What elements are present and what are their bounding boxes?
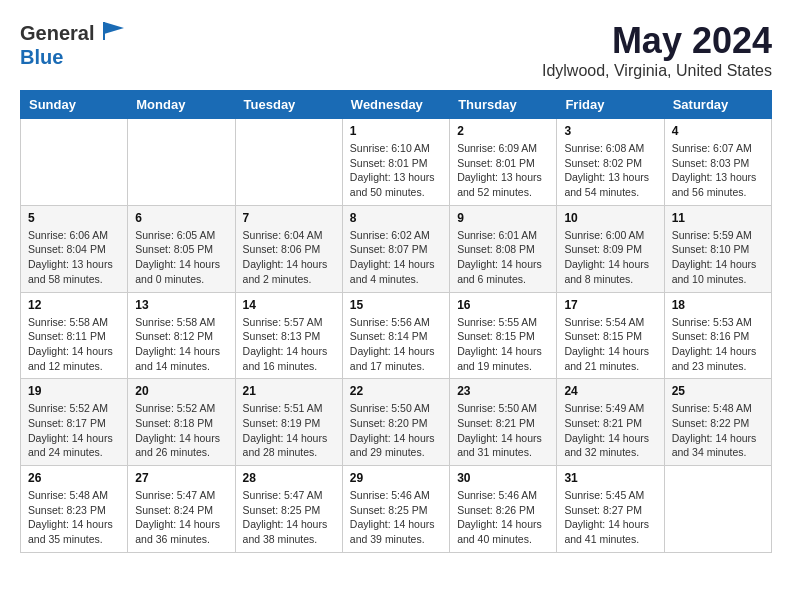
day-number: 27 (135, 471, 227, 485)
day-info: Sunrise: 6:09 AM Sunset: 8:01 PM Dayligh… (457, 141, 549, 200)
day-number: 25 (672, 384, 764, 398)
day-info: Sunrise: 5:49 AM Sunset: 8:21 PM Dayligh… (564, 401, 656, 460)
day-number: 21 (243, 384, 335, 398)
day-number: 7 (243, 211, 335, 225)
day-number: 5 (28, 211, 120, 225)
day-info: Sunrise: 5:48 AM Sunset: 8:22 PM Dayligh… (672, 401, 764, 460)
title-block: May 2024 Idylwood, Virginia, United Stat… (542, 20, 772, 80)
logo-blue: Blue (20, 46, 63, 68)
day-cell: 9Sunrise: 6:01 AM Sunset: 8:08 PM Daylig… (450, 205, 557, 292)
day-cell: 1Sunrise: 6:10 AM Sunset: 8:01 PM Daylig… (342, 119, 449, 206)
weekday-header-monday: Monday (128, 91, 235, 119)
day-number: 22 (350, 384, 442, 398)
weekday-header-saturday: Saturday (664, 91, 771, 119)
day-cell: 10Sunrise: 6:00 AM Sunset: 8:09 PM Dayli… (557, 205, 664, 292)
day-info: Sunrise: 5:45 AM Sunset: 8:27 PM Dayligh… (564, 488, 656, 547)
day-cell: 16Sunrise: 5:55 AM Sunset: 8:15 PM Dayli… (450, 292, 557, 379)
week-row-2: 5Sunrise: 6:06 AM Sunset: 8:04 PM Daylig… (21, 205, 772, 292)
day-cell: 31Sunrise: 5:45 AM Sunset: 8:27 PM Dayli… (557, 466, 664, 553)
day-cell: 29Sunrise: 5:46 AM Sunset: 8:25 PM Dayli… (342, 466, 449, 553)
day-info: Sunrise: 5:46 AM Sunset: 8:26 PM Dayligh… (457, 488, 549, 547)
day-info: Sunrise: 5:57 AM Sunset: 8:13 PM Dayligh… (243, 315, 335, 374)
day-cell: 28Sunrise: 5:47 AM Sunset: 8:25 PM Dayli… (235, 466, 342, 553)
day-info: Sunrise: 5:47 AM Sunset: 8:24 PM Dayligh… (135, 488, 227, 547)
week-row-4: 19Sunrise: 5:52 AM Sunset: 8:17 PM Dayli… (21, 379, 772, 466)
week-row-3: 12Sunrise: 5:58 AM Sunset: 8:11 PM Dayli… (21, 292, 772, 379)
calendar-table: SundayMondayTuesdayWednesdayThursdayFrid… (20, 90, 772, 553)
day-cell: 21Sunrise: 5:51 AM Sunset: 8:19 PM Dayli… (235, 379, 342, 466)
day-info: Sunrise: 6:01 AM Sunset: 8:08 PM Dayligh… (457, 228, 549, 287)
logo-flag-icon (102, 20, 126, 40)
day-info: Sunrise: 5:58 AM Sunset: 8:11 PM Dayligh… (28, 315, 120, 374)
day-cell: 17Sunrise: 5:54 AM Sunset: 8:15 PM Dayli… (557, 292, 664, 379)
day-info: Sunrise: 5:52 AM Sunset: 8:17 PM Dayligh… (28, 401, 120, 460)
day-info: Sunrise: 6:00 AM Sunset: 8:09 PM Dayligh… (564, 228, 656, 287)
day-number: 14 (243, 298, 335, 312)
day-number: 20 (135, 384, 227, 398)
day-cell: 12Sunrise: 5:58 AM Sunset: 8:11 PM Dayli… (21, 292, 128, 379)
day-number: 17 (564, 298, 656, 312)
day-cell: 6Sunrise: 6:05 AM Sunset: 8:05 PM Daylig… (128, 205, 235, 292)
day-number: 31 (564, 471, 656, 485)
day-cell: 13Sunrise: 5:58 AM Sunset: 8:12 PM Dayli… (128, 292, 235, 379)
day-number: 18 (672, 298, 764, 312)
weekday-header-thursday: Thursday (450, 91, 557, 119)
day-number: 11 (672, 211, 764, 225)
weekday-header-wednesday: Wednesday (342, 91, 449, 119)
logo-general: General (20, 22, 94, 44)
day-cell: 3Sunrise: 6:08 AM Sunset: 8:02 PM Daylig… (557, 119, 664, 206)
day-info: Sunrise: 5:46 AM Sunset: 8:25 PM Dayligh… (350, 488, 442, 547)
day-cell: 23Sunrise: 5:50 AM Sunset: 8:21 PM Dayli… (450, 379, 557, 466)
weekday-header-tuesday: Tuesday (235, 91, 342, 119)
day-number: 9 (457, 211, 549, 225)
day-cell: 25Sunrise: 5:48 AM Sunset: 8:22 PM Dayli… (664, 379, 771, 466)
day-number: 30 (457, 471, 549, 485)
day-cell: 2Sunrise: 6:09 AM Sunset: 8:01 PM Daylig… (450, 119, 557, 206)
page-header: General Blue May 2024 Idylwood, Virginia… (20, 20, 772, 80)
day-number: 8 (350, 211, 442, 225)
day-cell: 24Sunrise: 5:49 AM Sunset: 8:21 PM Dayli… (557, 379, 664, 466)
day-cell: 8Sunrise: 6:02 AM Sunset: 8:07 PM Daylig… (342, 205, 449, 292)
day-info: Sunrise: 5:50 AM Sunset: 8:20 PM Dayligh… (350, 401, 442, 460)
day-info: Sunrise: 5:59 AM Sunset: 8:10 PM Dayligh… (672, 228, 764, 287)
day-cell: 11Sunrise: 5:59 AM Sunset: 8:10 PM Dayli… (664, 205, 771, 292)
day-info: Sunrise: 5:50 AM Sunset: 8:21 PM Dayligh… (457, 401, 549, 460)
day-cell: 22Sunrise: 5:50 AM Sunset: 8:20 PM Dayli… (342, 379, 449, 466)
day-cell: 7Sunrise: 6:04 AM Sunset: 8:06 PM Daylig… (235, 205, 342, 292)
day-info: Sunrise: 5:56 AM Sunset: 8:14 PM Dayligh… (350, 315, 442, 374)
day-number: 29 (350, 471, 442, 485)
day-cell: 20Sunrise: 5:52 AM Sunset: 8:18 PM Dayli… (128, 379, 235, 466)
day-info: Sunrise: 5:58 AM Sunset: 8:12 PM Dayligh… (135, 315, 227, 374)
day-info: Sunrise: 6:10 AM Sunset: 8:01 PM Dayligh… (350, 141, 442, 200)
day-number: 24 (564, 384, 656, 398)
day-cell: 18Sunrise: 5:53 AM Sunset: 8:16 PM Dayli… (664, 292, 771, 379)
main-title: May 2024 (542, 20, 772, 62)
day-number: 15 (350, 298, 442, 312)
day-cell: 14Sunrise: 5:57 AM Sunset: 8:13 PM Dayli… (235, 292, 342, 379)
day-number: 23 (457, 384, 549, 398)
svg-marker-0 (104, 22, 124, 34)
day-number: 3 (564, 124, 656, 138)
day-number: 16 (457, 298, 549, 312)
day-cell: 27Sunrise: 5:47 AM Sunset: 8:24 PM Dayli… (128, 466, 235, 553)
day-cell: 5Sunrise: 6:06 AM Sunset: 8:04 PM Daylig… (21, 205, 128, 292)
day-info: Sunrise: 6:07 AM Sunset: 8:03 PM Dayligh… (672, 141, 764, 200)
day-info: Sunrise: 5:48 AM Sunset: 8:23 PM Dayligh… (28, 488, 120, 547)
weekday-header-sunday: Sunday (21, 91, 128, 119)
day-info: Sunrise: 6:02 AM Sunset: 8:07 PM Dayligh… (350, 228, 442, 287)
day-cell (664, 466, 771, 553)
day-info: Sunrise: 5:53 AM Sunset: 8:16 PM Dayligh… (672, 315, 764, 374)
day-number: 2 (457, 124, 549, 138)
day-cell (21, 119, 128, 206)
day-cell (128, 119, 235, 206)
week-row-1: 1Sunrise: 6:10 AM Sunset: 8:01 PM Daylig… (21, 119, 772, 206)
day-info: Sunrise: 6:08 AM Sunset: 8:02 PM Dayligh… (564, 141, 656, 200)
day-info: Sunrise: 6:04 AM Sunset: 8:06 PM Dayligh… (243, 228, 335, 287)
day-cell: 26Sunrise: 5:48 AM Sunset: 8:23 PM Dayli… (21, 466, 128, 553)
day-number: 19 (28, 384, 120, 398)
day-info: Sunrise: 5:51 AM Sunset: 8:19 PM Dayligh… (243, 401, 335, 460)
day-info: Sunrise: 5:52 AM Sunset: 8:18 PM Dayligh… (135, 401, 227, 460)
day-info: Sunrise: 5:47 AM Sunset: 8:25 PM Dayligh… (243, 488, 335, 547)
day-cell: 19Sunrise: 5:52 AM Sunset: 8:17 PM Dayli… (21, 379, 128, 466)
day-number: 4 (672, 124, 764, 138)
